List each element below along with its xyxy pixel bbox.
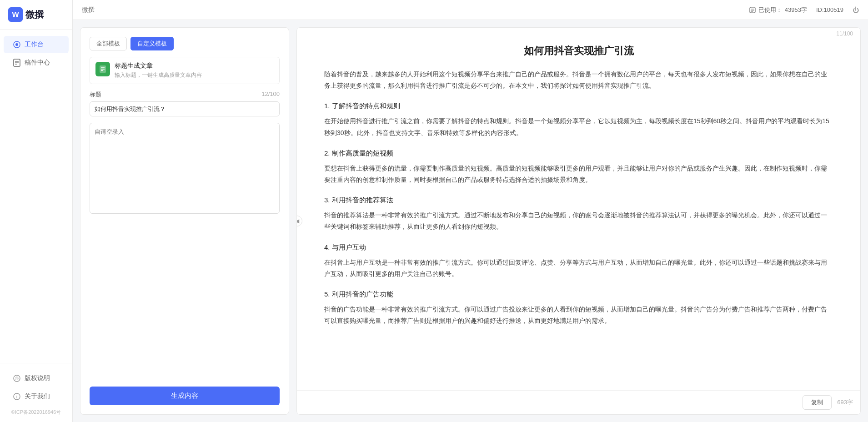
title-label-row: 标题 12/100 bbox=[90, 90, 280, 99]
title-char-count: 12/100 bbox=[261, 90, 280, 99]
article-content: 如何用抖音实现推广引流 随着抖音的普及，越来越多的人开始利用这个短视频分享平台来… bbox=[297, 37, 860, 390]
usage-label: 已使用： bbox=[758, 6, 782, 14]
logo-area: W 微撰 bbox=[0, 0, 72, 30]
main-area: 微撰 已使用： 43953字 ID:100519 ⏻ 全部模板 自定义模 bbox=[73, 0, 868, 422]
usage-display: 已使用： 43953字 bbox=[749, 6, 807, 14]
svg-point-3 bbox=[15, 43, 18, 46]
logo-text: 微撰 bbox=[25, 9, 44, 21]
power-button[interactable]: ⏻ bbox=[853, 6, 859, 14]
workspace-icon bbox=[13, 40, 21, 49]
user-id: ID:100519 bbox=[816, 6, 843, 13]
drafts-icon bbox=[13, 59, 21, 67]
sidebar-item-drafts[interactable]: 稿件中心 bbox=[4, 54, 69, 71]
content-textarea[interactable] bbox=[90, 123, 280, 214]
svg-text:i: i bbox=[16, 394, 17, 399]
template-card-desc: 输入标题，一键生成高质量文章内容 bbox=[115, 71, 274, 79]
template-card-title: 标题生成文章 bbox=[115, 62, 274, 70]
sidebar-item-about-label: 关于我们 bbox=[25, 392, 50, 401]
usage-value: 43953字 bbox=[785, 6, 807, 14]
topbar: 微撰 已使用： 43953字 ID:100519 ⏻ bbox=[73, 0, 868, 20]
sidebar-bottom: © 版权说明 i 关于我们 ©ICP备2022016946号 bbox=[0, 363, 72, 422]
left-panel: 全部模板 自定义模板 标题生成文章 输入标题，一键生成高质量文章内容 bbox=[80, 27, 289, 415]
generate-button[interactable]: 生成内容 bbox=[90, 387, 280, 405]
sidebar-item-copyright[interactable]: © 版权说明 bbox=[4, 370, 69, 387]
sidebar-item-workspace-label: 工作台 bbox=[25, 40, 44, 49]
template-tabs: 全部模板 自定义模板 bbox=[90, 37, 280, 50]
tab-all-templates[interactable]: 全部模板 bbox=[90, 37, 127, 50]
svg-text:W: W bbox=[12, 11, 19, 19]
template-card-headline[interactable]: 标题生成文章 输入标题，一键生成高质量文章内容 bbox=[90, 57, 280, 84]
copy-button[interactable]: 复制 bbox=[803, 395, 832, 410]
usage-icon bbox=[749, 7, 756, 13]
template-card-icon bbox=[95, 62, 110, 76]
copyright-icon: © bbox=[13, 374, 21, 382]
sidebar-item-drafts-label: 稿件中心 bbox=[25, 59, 50, 67]
sidebar-item-copyright-label: 版权说明 bbox=[25, 374, 50, 382]
tab-custom-templates[interactable]: 自定义模板 bbox=[130, 37, 174, 50]
icp-text: ©ICP备2022016946号 bbox=[0, 406, 72, 417]
topbar-right: 已使用： 43953字 ID:100519 ⏻ bbox=[749, 6, 859, 14]
article-title: 如何用抖音实现推广引流 bbox=[324, 44, 833, 58]
page-counter: 11/100 bbox=[297, 28, 860, 37]
svg-text:©: © bbox=[15, 376, 19, 381]
main-nav: 工作台 稿件中心 bbox=[0, 30, 72, 363]
page-count: 11/100 bbox=[836, 30, 853, 37]
title-form-section: 标题 12/100 bbox=[90, 90, 280, 116]
sidebar-item-about[interactable]: i 关于我们 bbox=[4, 388, 69, 405]
topbar-title: 微撰 bbox=[82, 6, 95, 14]
about-icon: i bbox=[13, 392, 21, 401]
right-panel: ◀ 11/100 如何用抖音实现推广引流 随着抖音的普及，越来越多的人开始利用这… bbox=[296, 27, 861, 415]
article-body: 随着抖音的普及，越来越多的人开始利用这个短视频分享平台来推广自己的产品或服务。抖… bbox=[324, 69, 833, 327]
template-card-info: 标题生成文章 输入标题，一键生成高质量文章内容 bbox=[115, 62, 274, 79]
sidebar-item-workspace[interactable]: 工作台 bbox=[4, 36, 69, 53]
content-area: 全部模板 自定义模板 标题生成文章 输入标题，一键生成高质量文章内容 bbox=[73, 20, 868, 422]
title-input[interactable] bbox=[90, 101, 280, 116]
right-panel-footer: 复制 693字 bbox=[297, 390, 860, 414]
title-label: 标题 bbox=[90, 90, 101, 99]
logo-icon: W bbox=[8, 7, 23, 22]
word-count: 693字 bbox=[837, 398, 853, 407]
document-icon bbox=[99, 65, 107, 73]
sidebar: W 微撰 工作台 稿件中心 © 版权说明 bbox=[0, 0, 73, 422]
